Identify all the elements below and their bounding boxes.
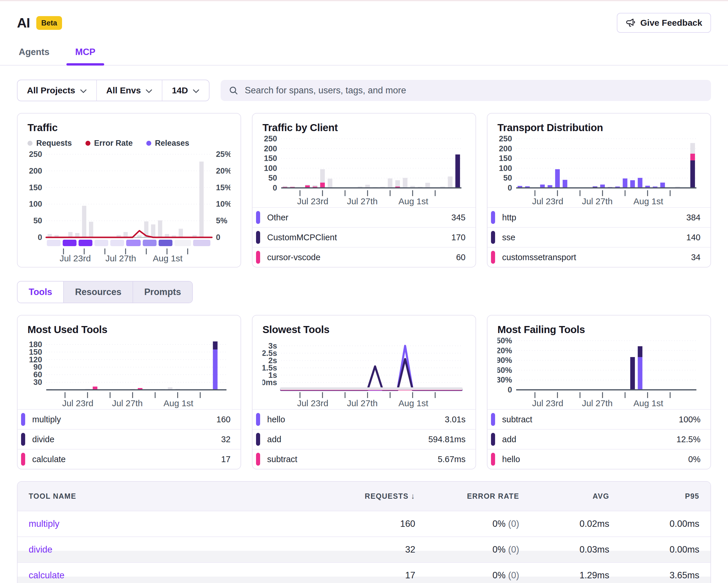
page-title: AI bbox=[17, 15, 30, 31]
col-tool-name[interactable]: TOOL NAME bbox=[18, 482, 330, 511]
list-item[interactable]: CustomMCPClient170 bbox=[253, 227, 475, 247]
used-card-title: Most Used Tools bbox=[27, 324, 231, 335]
p95-cell: 3.65ms bbox=[620, 562, 710, 583]
series-color-mark bbox=[256, 231, 260, 244]
megaphone-icon bbox=[626, 18, 635, 28]
brand: AI Beta bbox=[17, 15, 62, 31]
list-item[interactable]: subtract5.67ms bbox=[253, 449, 475, 469]
error-rate-cell: 0% (0) bbox=[426, 511, 530, 537]
most-used-tools-card: Most Used Tools 306090120150180Jul 23rdJ… bbox=[17, 315, 241, 470]
page-header: AI Beta Give Feedback bbox=[0, 1, 728, 33]
transport-distribution-card: Transport Distribution 050100150200250Ju… bbox=[487, 113, 711, 268]
traffic-by-client-chart: 050100150200250Jul 23rdJul 27thAug 1st bbox=[262, 135, 466, 207]
search-input[interactable] bbox=[244, 85, 703, 96]
svg-text:3s: 3s bbox=[268, 341, 277, 350]
list-item[interactable]: cursor-vscode60 bbox=[253, 247, 475, 267]
filter-group: All Projects All Envs 14D bbox=[17, 80, 209, 101]
list-item[interactable]: Other345 bbox=[253, 207, 475, 227]
give-feedback-button[interactable]: Give Feedback bbox=[617, 13, 711, 33]
svg-text:0: 0 bbox=[216, 233, 220, 242]
error-rate-dot-icon bbox=[85, 141, 90, 146]
avg-cell: 1.29ms bbox=[530, 562, 620, 583]
svg-text:Jul 23rd: Jul 23rd bbox=[62, 398, 93, 408]
svg-text:Jul 27th: Jul 27th bbox=[347, 196, 378, 206]
svg-text:Aug 1st: Aug 1st bbox=[398, 196, 428, 206]
tab-tools[interactable]: Tools bbox=[18, 282, 64, 303]
tool-link[interactable]: multiply bbox=[18, 511, 330, 537]
svg-text:Jul 27th: Jul 27th bbox=[105, 253, 136, 263]
svg-text:Aug 1st: Aug 1st bbox=[398, 398, 428, 408]
svg-text:Aug 1st: Aug 1st bbox=[153, 253, 183, 263]
traffic-card-title: Traffic bbox=[27, 122, 231, 133]
list-item[interactable]: divide32 bbox=[18, 429, 240, 449]
error-rate-cell: 0% (0) bbox=[426, 562, 530, 583]
table-row[interactable]: divide 32 0% (0) 0.03ms 0.00ms bbox=[18, 537, 710, 562]
svg-text:200: 200 bbox=[264, 144, 277, 153]
svg-text:Jul 27th: Jul 27th bbox=[112, 398, 143, 408]
col-error-rate[interactable]: ERROR RATE bbox=[426, 482, 530, 511]
tab-mcp[interactable]: MCP bbox=[74, 43, 97, 65]
table-header-row: TOOL NAME REQUESTS↓ ERROR RATE AVG P95 bbox=[18, 482, 710, 511]
requests-cell: 32 bbox=[330, 537, 426, 562]
svg-text:15%: 15% bbox=[216, 183, 231, 192]
col-requests[interactable]: REQUESTS↓ bbox=[330, 482, 426, 511]
series-color-mark bbox=[21, 453, 25, 466]
used-legend-list: multiply160 divide32 calculate17 bbox=[18, 409, 240, 469]
svg-text:Jul 27th: Jul 27th bbox=[582, 196, 613, 206]
list-item[interactable]: hello3.01s bbox=[253, 409, 475, 429]
svg-text:Jul 23rd: Jul 23rd bbox=[297, 398, 328, 408]
main-tabs: Agents MCP bbox=[0, 33, 728, 66]
svg-text:200: 200 bbox=[29, 167, 42, 175]
slowest-card-title: Slowest Tools bbox=[262, 324, 466, 335]
traffic-card: Traffic Requests Error Rate Releases 050… bbox=[17, 113, 241, 268]
tab-resources[interactable]: Resources bbox=[64, 282, 133, 303]
tool-link[interactable]: divide bbox=[18, 537, 330, 562]
active-tab-underline bbox=[67, 63, 104, 66]
requests-cell: 17 bbox=[330, 562, 426, 583]
svg-text:250: 250 bbox=[264, 135, 277, 143]
table-row[interactable]: multiply 160 0% (0) 0.02ms 0.00ms bbox=[18, 511, 710, 537]
tools-table: TOOL NAME REQUESTS↓ ERROR RATE AVG P95 m… bbox=[17, 481, 711, 583]
svg-text:150%: 150% bbox=[497, 337, 512, 345]
col-avg[interactable]: AVG bbox=[530, 482, 620, 511]
p95-cell: 0.00ms bbox=[620, 537, 710, 562]
svg-text:20%: 20% bbox=[216, 167, 231, 175]
search-bar[interactable] bbox=[220, 80, 711, 101]
list-item[interactable]: sse140 bbox=[488, 227, 710, 247]
svg-text:30: 30 bbox=[33, 378, 42, 387]
list-item[interactable]: calculate17 bbox=[18, 449, 240, 469]
requests-cell: 160 bbox=[330, 511, 426, 537]
error-rate-cell: 0% (0) bbox=[426, 537, 530, 562]
svg-text:100: 100 bbox=[29, 200, 42, 208]
list-item[interactable]: subtract100% bbox=[488, 409, 710, 429]
envs-filter[interactable]: All Envs bbox=[97, 80, 162, 101]
svg-text:0: 0 bbox=[38, 233, 42, 242]
date-range-filter[interactable]: 14D bbox=[162, 80, 209, 101]
slowest-legend-list: hello3.01s add594.81ms subtract5.67ms bbox=[253, 409, 475, 469]
list-item[interactable]: hello0% bbox=[488, 449, 710, 469]
svg-text:60: 60 bbox=[33, 370, 42, 379]
list-item[interactable]: customssetransport34 bbox=[488, 247, 710, 267]
col-p95[interactable]: P95 bbox=[620, 482, 710, 511]
beta-badge: Beta bbox=[36, 16, 62, 30]
avg-cell: 0.02ms bbox=[530, 511, 620, 537]
tab-agents[interactable]: Agents bbox=[17, 43, 51, 65]
svg-text:120: 120 bbox=[29, 355, 42, 364]
list-item[interactable]: add594.81ms bbox=[253, 429, 475, 449]
projects-filter[interactable]: All Projects bbox=[18, 80, 97, 101]
svg-text:Jul 27th: Jul 27th bbox=[582, 398, 613, 408]
list-item[interactable]: add12.5% bbox=[488, 429, 710, 449]
table-row[interactable]: calculate 17 0% (0) 1.29ms 3.65ms bbox=[18, 562, 710, 583]
sort-desc-icon: ↓ bbox=[411, 492, 415, 501]
tools-cards-row: Most Used Tools 306090120150180Jul 23rdJ… bbox=[0, 303, 728, 470]
list-item[interactable]: http384 bbox=[488, 207, 710, 227]
series-color-mark bbox=[256, 433, 260, 446]
svg-text:Jul 27th: Jul 27th bbox=[347, 398, 378, 408]
svg-text:Aug 1st: Aug 1st bbox=[163, 398, 193, 408]
list-item[interactable]: multiply160 bbox=[18, 409, 240, 429]
series-color-mark bbox=[491, 251, 495, 264]
tool-link[interactable]: calculate bbox=[18, 562, 330, 583]
svg-text:0: 0 bbox=[273, 183, 277, 192]
tab-prompts[interactable]: Prompts bbox=[133, 282, 192, 303]
series-color-mark bbox=[21, 433, 25, 446]
